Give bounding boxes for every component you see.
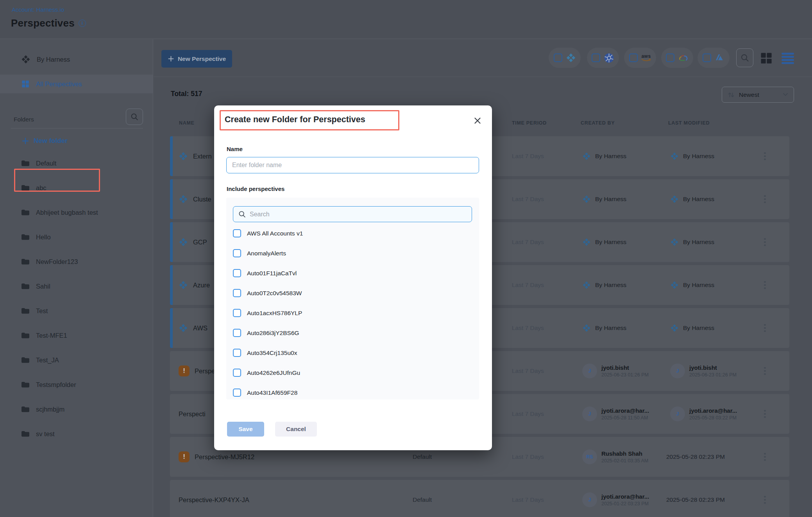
perspective-name-cell: Perspecti: [179, 394, 206, 434]
grid-view-button[interactable]: [759, 51, 773, 65]
harness-icon: [566, 53, 576, 63]
info-icon[interactable]: i: [79, 20, 86, 27]
perspective-name: Perspe: [195, 367, 215, 375]
perspective-option-label: Auto1acxHS786YLP: [247, 310, 302, 317]
chevron-down-icon: [783, 93, 788, 96]
search-icon: [130, 112, 139, 121]
sidebar-item-by-harness[interactable]: By Harness: [0, 50, 153, 69]
perspective-name-cell: Cluste: [179, 179, 211, 219]
perspective-name-cell: Azure: [179, 265, 210, 305]
perspective-checkbox[interactable]: [233, 389, 241, 397]
perspective-checkbox[interactable]: [233, 329, 241, 337]
perspective-option[interactable]: Auto01F11jaCaTvl: [226, 263, 479, 283]
folder-icon: [21, 357, 30, 364]
new-perspective-button[interactable]: New Perspective: [161, 50, 232, 68]
time-period-cell: Last 7 Days: [512, 394, 544, 434]
perspective-checkbox[interactable]: [233, 289, 241, 297]
save-button[interactable]: Save: [227, 422, 264, 437]
perspective-name-cell: AWS: [179, 308, 207, 348]
page-title: Perspectives: [11, 17, 75, 29]
sidebar-folder-item[interactable]: Test: [0, 299, 153, 323]
perspective-name-cell: GCP: [179, 222, 207, 262]
folder-icon: [21, 234, 30, 241]
perspective-option[interactable]: Auto354Crj135u0x: [226, 343, 479, 363]
sidebar-folder-item[interactable]: Test_JA: [0, 348, 153, 373]
perspective-search-button[interactable]: [736, 48, 753, 67]
perspective-option-label: Auto4262e6JUfnGu: [247, 369, 300, 376]
perspective-option-label: Auto286i3jY2BS6G: [247, 330, 299, 337]
sidebar-folder-item[interactable]: sv test: [0, 422, 153, 446]
provider-filter-checkbox[interactable]: [703, 53, 711, 62]
folder-name: abc: [36, 184, 47, 192]
perspective-option-label: Auto01F11jaCaTvl: [247, 270, 297, 277]
folder-name: Abhijeet bugbash test: [36, 209, 98, 216]
folder-icon: [21, 307, 30, 314]
perspective-option[interactable]: AWS All Accounts v1: [226, 223, 479, 243]
new-folder-button[interactable]: New folder: [21, 134, 68, 148]
row-menu-button[interactable]: [764, 351, 766, 391]
provider-filter-harness[interactable]: [549, 48, 581, 68]
harness-icon: [670, 152, 679, 160]
row-menu-button[interactable]: [764, 265, 766, 305]
provider-filter-checkbox[interactable]: [592, 53, 600, 62]
provider-filter-checkbox[interactable]: [554, 53, 562, 62]
provider-filter-checkbox[interactable]: [666, 53, 674, 62]
folder-name: scjhmbjjm: [36, 406, 64, 413]
row-menu-button[interactable]: [764, 179, 766, 219]
account-breadcrumb[interactable]: Account: Harness.io: [12, 6, 64, 13]
cancel-button[interactable]: Cancel: [275, 422, 317, 437]
avatar: RS: [582, 449, 597, 464]
perspective-option[interactable]: Auto4262e6JUfnGu: [226, 363, 479, 383]
provider-filter-aws[interactable]: aws: [624, 48, 656, 68]
folder-name: Hello: [36, 234, 51, 241]
row-menu-button[interactable]: [764, 222, 766, 262]
provider-filter-kubernetes[interactable]: [587, 48, 619, 68]
sidebar-folder-item[interactable]: Test-MFE1: [0, 323, 153, 348]
perspective-checkbox[interactable]: [233, 249, 241, 257]
perspective-option[interactable]: Auto286i3jY2BS6G: [226, 323, 479, 343]
perspective-checkbox[interactable]: [233, 309, 241, 317]
row-menu-button[interactable]: [764, 480, 766, 517]
sidebar-folder-item[interactable]: Default: [0, 151, 153, 176]
sidebar-folder-item[interactable]: scjhmbjjm: [0, 397, 153, 422]
row-menu-button[interactable]: [764, 394, 766, 434]
perspective-option[interactable]: Auto1acxHS786YLP: [226, 303, 479, 323]
perspective-row[interactable]: Perspective-KXP4YX-JA Default Last 7 Day…: [170, 480, 789, 517]
sidebar-folder-item[interactable]: abc: [0, 176, 153, 200]
perspective-name: Perspective-KXP4YX-JA: [179, 496, 249, 504]
sidebar-folder-item[interactable]: Sahil: [0, 274, 153, 299]
folder-name: Test: [36, 307, 48, 315]
sidebar-folder-item[interactable]: Abhijeet bugbash test: [0, 200, 153, 225]
row-menu-button[interactable]: [764, 308, 766, 348]
folders-search-button[interactable]: [126, 109, 143, 125]
provider-filter-azure[interactable]: [698, 48, 730, 68]
perspective-search-input[interactable]: [250, 211, 467, 218]
perspective-checkbox[interactable]: [233, 369, 241, 377]
folder-icon: [21, 332, 30, 339]
provider-filter-gcp[interactable]: [661, 48, 693, 68]
sort-dropdown[interactable]: Newest: [722, 87, 794, 103]
sidebar-folder-item[interactable]: NewFolder123: [0, 250, 153, 274]
perspective-checkbox[interactable]: [233, 349, 241, 357]
folder-name: Test-MFE1: [36, 332, 67, 339]
provider-filter-checkbox[interactable]: [629, 53, 638, 62]
sidebar-item-label: By Harness: [37, 56, 70, 63]
time-period-cell: Last 7 Days: [512, 265, 544, 305]
perspective-option[interactable]: Auto43I1Af659F28: [226, 383, 479, 399]
row-menu-button[interactable]: [764, 136, 766, 176]
perspective-checkbox[interactable]: [233, 229, 241, 237]
perspective-option[interactable]: Auto0T2c0v54583W: [226, 283, 479, 303]
sidebar-folder-item[interactable]: Testsmpfolder: [0, 373, 153, 397]
close-icon[interactable]: [473, 116, 482, 126]
row-accent-bar: [170, 136, 173, 176]
sidebar-folder-item[interactable]: Hello: [0, 225, 153, 250]
sidebar-item-all-perspectives[interactable]: All Perspectives: [0, 75, 153, 93]
list-view-button[interactable]: [782, 53, 794, 64]
perspective-checkbox[interactable]: [233, 269, 241, 277]
sidebar-item-label: All Perspectives: [36, 80, 82, 88]
folder-icon: [21, 430, 30, 437]
perspective-option[interactable]: AnomalyAlerts: [226, 243, 479, 263]
folder-name-input[interactable]: [226, 157, 479, 173]
harness-icon: [179, 323, 188, 333]
row-menu-button[interactable]: [764, 437, 766, 477]
